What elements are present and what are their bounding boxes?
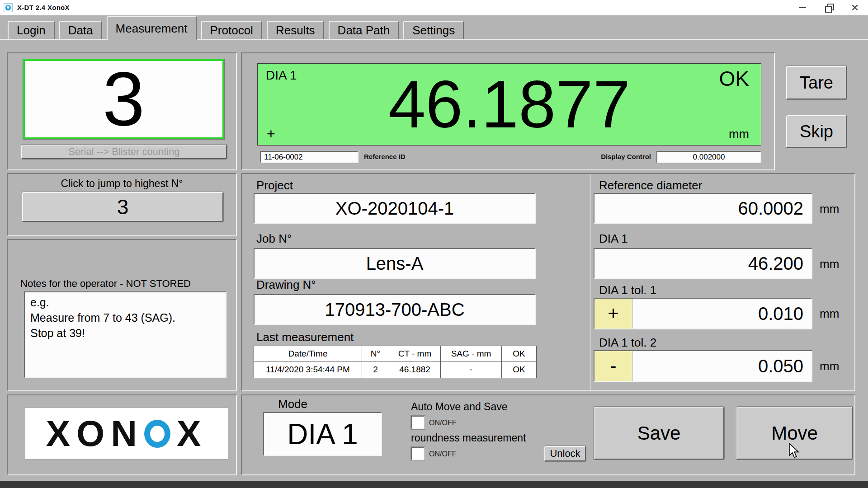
header-date-time: Date/Time bbox=[254, 346, 362, 361]
app-window: X-DT 2.4 XonoX × Login Data Measurement … bbox=[0, 0, 868, 488]
close-button[interactable]: × bbox=[842, 0, 868, 15]
jump-to-highest-label: Click to jump to highest N° bbox=[8, 178, 236, 190]
tab-label: Data bbox=[68, 23, 93, 38]
display-unit: mm bbox=[729, 127, 749, 141]
cell-ct: 46.1882 bbox=[389, 361, 441, 378]
unlock-button[interactable]: Unlock bbox=[544, 446, 586, 461]
drawing-number-field[interactable]: 170913-700-ABC bbox=[254, 294, 536, 325]
tare-button[interactable]: Tare bbox=[786, 66, 847, 99]
tab-data-path[interactable]: Data Path bbox=[329, 21, 399, 39]
app-icon-lens bbox=[5, 5, 11, 10]
table-header-row: Date/Time N° CT - mm SAG - mm OK bbox=[254, 346, 536, 361]
job-reference-panel: Project XO-2020104-1 Job N° Lens-A Drawi… bbox=[241, 173, 855, 391]
display-value: 46.1877 bbox=[258, 64, 761, 145]
logo-text-right: X bbox=[177, 413, 207, 455]
last-measurement-table: Date/Time N° CT - mm SAG - mm OK 11/4/20… bbox=[254, 346, 537, 378]
dia1-tol2-field[interactable]: - 0.050 bbox=[594, 350, 812, 382]
save-button[interactable]: Save bbox=[594, 407, 724, 460]
dia1-tol2-label: DIA 1 tol. 2 bbox=[599, 336, 656, 350]
reference-diameter-label: Reference diameter bbox=[599, 178, 702, 192]
tab-label: Settings bbox=[412, 23, 455, 38]
unit-mm: mm bbox=[820, 307, 839, 321]
tab-bar: Login Data Measurement Protocol Results … bbox=[0, 15, 868, 40]
header-ok: OK bbox=[502, 346, 536, 361]
mouse-cursor-icon bbox=[788, 443, 800, 459]
reference-id-label: Reference ID bbox=[364, 153, 406, 160]
counter-panel: 3 Serial --> Blister counting bbox=[7, 52, 237, 170]
tab-data[interactable]: Data bbox=[59, 21, 102, 39]
display-control-label: Display Control bbox=[558, 153, 651, 160]
cell-sag: - bbox=[441, 361, 502, 378]
tab-settings[interactable]: Settings bbox=[403, 21, 464, 39]
serial-blister-counting-button[interactable]: Serial --> Blister counting bbox=[21, 145, 227, 159]
window-controls: × bbox=[789, 0, 868, 15]
tab-label: Login bbox=[17, 23, 46, 38]
measurement-display: DIA 1 OK 46.1877 + mm bbox=[257, 63, 761, 145]
cell-ok: OK bbox=[502, 361, 536, 378]
jump-to-highest-button[interactable]: 3 bbox=[22, 192, 223, 222]
notes-textarea[interactable]: e.g. Measure from 7 to 43 (SAG). Stop at… bbox=[24, 291, 226, 378]
dia1-tol1-field[interactable]: + 0.010 bbox=[594, 298, 812, 329]
tab-measurement[interactable]: Measurement bbox=[107, 16, 197, 40]
logo-text-left: XON bbox=[46, 413, 143, 455]
close-icon: × bbox=[851, 1, 859, 14]
dia1-field[interactable]: 46.200 bbox=[594, 248, 812, 279]
skip-button[interactable]: Skip bbox=[786, 115, 847, 148]
reference-id-input[interactable]: 11-06-0002 bbox=[260, 151, 359, 163]
tab-login[interactable]: Login bbox=[8, 21, 55, 39]
logo-text: XON X bbox=[46, 413, 208, 455]
auto-move-save-label: Auto Move and Save bbox=[411, 401, 508, 413]
reference-diameter-field[interactable]: 60.0002 bbox=[594, 193, 812, 224]
tab-label: Protocol bbox=[210, 23, 253, 38]
unit-mm: mm bbox=[820, 257, 839, 271]
measurement-display-panel: DIA 1 OK 46.1877 + mm 11-06-0002 Referen… bbox=[241, 52, 775, 170]
tab-results[interactable]: Results bbox=[267, 21, 324, 39]
auto-move-save-state: ON/OFF bbox=[429, 419, 456, 427]
minimize-button[interactable] bbox=[789, 0, 816, 15]
title-bar: X-DT 2.4 XonoX × bbox=[0, 0, 868, 15]
tol1-value: 0.010 bbox=[632, 299, 811, 328]
auto-move-save-checkbox[interactable] bbox=[411, 416, 425, 429]
cell-date-time: 11/4/2020 3:54:44 PM bbox=[254, 361, 362, 378]
roundness-label: roundness measurement bbox=[411, 432, 526, 444]
dia1-label: DIA 1 bbox=[599, 232, 628, 246]
tol1-sign: + bbox=[594, 299, 632, 328]
tol2-value: 0.050 bbox=[632, 351, 811, 381]
drawing-number-label: Drawing N° bbox=[256, 278, 316, 292]
xonox-logo: XON X bbox=[25, 408, 228, 460]
project-field[interactable]: XO-2020104-1 bbox=[254, 193, 536, 224]
mode-display: DIA 1 bbox=[263, 412, 382, 456]
restore-button[interactable] bbox=[816, 0, 842, 15]
blister-counter-display: 3 bbox=[23, 59, 224, 139]
cell-n: 2 bbox=[362, 361, 389, 378]
last-measurement-label: Last measurement bbox=[256, 330, 354, 344]
display-control-input[interactable]: 0.002000 bbox=[656, 151, 761, 163]
job-number-field[interactable]: Lens-A bbox=[254, 248, 536, 279]
notes-panel: Notes for the operator - NOT STORED e.g.… bbox=[7, 239, 237, 391]
bottom-control-panel: Mode DIA 1 Auto Move and Save ON/OFF rou… bbox=[241, 394, 855, 475]
header-ct: CT - mm bbox=[389, 346, 441, 361]
jump-panel: Click to jump to highest N° 3 bbox=[7, 173, 237, 236]
notes-label: Notes for the operator - NOT STORED bbox=[20, 278, 191, 290]
restore-icon bbox=[825, 4, 833, 11]
table-row: 11/4/2020 3:54:44 PM 2 46.1882 - OK bbox=[254, 361, 536, 378]
display-sign: + bbox=[267, 126, 275, 142]
window-title: X-DT 2.4 XonoX bbox=[17, 4, 70, 11]
window-bottom-edge bbox=[0, 481, 868, 488]
tol2-sign: - bbox=[594, 351, 632, 381]
unit-mm: mm bbox=[820, 202, 839, 216]
roundness-checkbox[interactable] bbox=[411, 447, 425, 460]
minimize-icon bbox=[799, 7, 806, 8]
roundness-state: ON/OFF bbox=[429, 450, 456, 458]
tab-label: Results bbox=[276, 23, 315, 38]
project-label: Project bbox=[256, 178, 293, 192]
panel-divider bbox=[590, 174, 590, 390]
tab-label: Measurement bbox=[116, 22, 188, 36]
unit-mm: mm bbox=[820, 359, 839, 373]
header-n: N° bbox=[362, 346, 389, 361]
tab-protocol[interactable]: Protocol bbox=[201, 21, 262, 39]
header-sag: SAG - mm bbox=[441, 346, 502, 361]
dia1-tol1-label: DIA 1 tol. 1 bbox=[599, 283, 656, 297]
job-number-label: Job N° bbox=[256, 232, 292, 246]
tab-label: Data Path bbox=[338, 23, 390, 38]
